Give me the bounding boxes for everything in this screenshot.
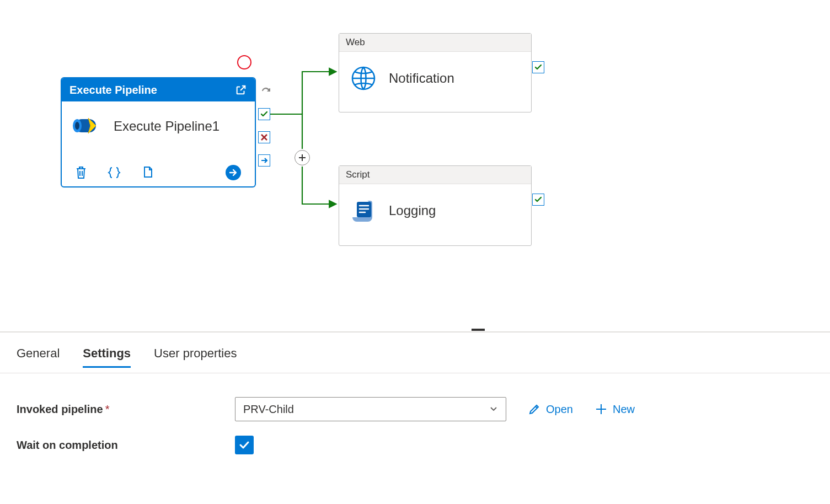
panel-resize-grip[interactable] (472, 329, 485, 331)
wait-on-completion-label: Wait on completion (17, 439, 235, 452)
properties-tabs: General Settings User properties (17, 346, 237, 368)
redo-icon (259, 85, 274, 96)
dependency-port-failure[interactable] (258, 131, 270, 143)
activity-execute-pipeline[interactable]: Execute Pipeline Execute Pipeline1 (61, 77, 256, 187)
plus-icon (595, 403, 607, 415)
activity-script-logging[interactable]: Script Logging (339, 165, 532, 246)
activity-name: Logging (389, 203, 436, 218)
svg-point-2 (75, 122, 79, 130)
delete-icon[interactable] (75, 165, 87, 180)
script-icon (350, 197, 377, 224)
copy-icon[interactable] (141, 165, 153, 180)
run-arrow-icon[interactable] (225, 164, 242, 181)
activity-name: Notification (389, 71, 454, 86)
chevron-down-icon (489, 403, 498, 416)
tab-user-properties[interactable]: User properties (154, 346, 237, 368)
dependency-port-completion[interactable] (258, 154, 270, 167)
tab-general[interactable]: General (17, 346, 60, 368)
activity-type-label: Web (339, 34, 531, 52)
panel-divider (0, 331, 830, 333)
code-braces-icon[interactable] (107, 166, 121, 179)
invoked-pipeline-value: PRV-Child (243, 403, 294, 416)
dependency-port-success[interactable] (532, 61, 544, 73)
activity-type-label: Execute Pipeline (69, 84, 157, 96)
dependency-port-success[interactable] (258, 108, 270, 120)
activity-type-label: Script (339, 166, 531, 184)
pipeline-canvas: Execute Pipeline Execute Pipeline1 (0, 0, 830, 504)
add-activity-button[interactable] (294, 150, 310, 165)
globe-icon (350, 65, 377, 92)
pencil-icon (528, 403, 540, 415)
activity-web-notification[interactable]: Web Notification (339, 33, 532, 112)
dependency-port-success[interactable] (532, 194, 544, 206)
wait-on-completion-checkbox[interactable] (235, 436, 254, 454)
tab-settings[interactable]: Settings (83, 346, 131, 368)
open-external-icon[interactable] (235, 84, 247, 96)
invoked-pipeline-label: Invoked pipeline* (17, 403, 235, 416)
execute-pipeline-icon (72, 115, 101, 138)
activity-name: Execute Pipeline1 (114, 119, 219, 134)
new-pipeline-button[interactable]: New (595, 403, 635, 416)
open-pipeline-button[interactable]: Open (528, 403, 573, 416)
invoked-pipeline-select[interactable]: PRV-Child (235, 397, 506, 421)
validation-error-indicator (237, 55, 251, 69)
tabs-underline (0, 373, 830, 373)
